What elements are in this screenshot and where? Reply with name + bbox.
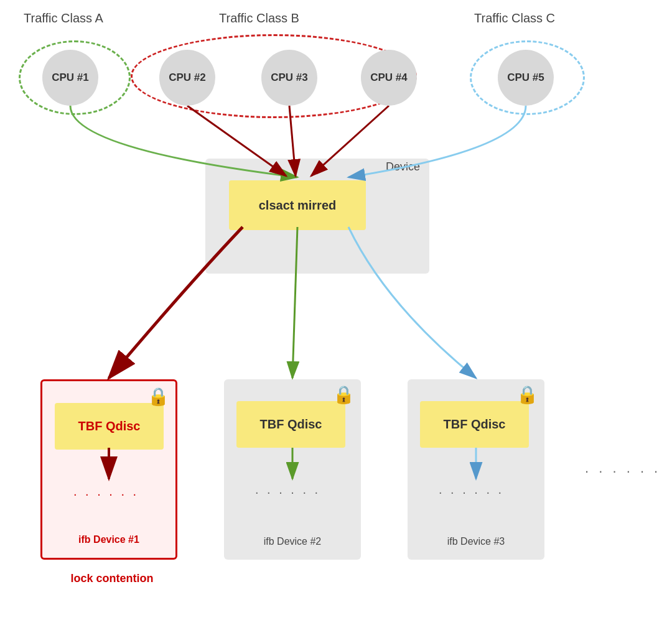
ifb-box-2: 🔒 TBF Qdisc · · · · · · ifb Device #2 (224, 379, 361, 560)
tbf-box-2: TBF Qdisc (236, 401, 345, 448)
traffic-class-c-label: Traffic Class C (474, 11, 555, 25)
ifb-label-1: ifb Device #1 (49, 534, 169, 545)
extra-dots: · · · · · · (585, 463, 661, 479)
traffic-class-b-label: Traffic Class B (219, 11, 299, 25)
lock-icon-3: 🔒 (516, 384, 538, 405)
ifb-box-3: 🔒 TBF Qdisc · · · · · · ifb Device #3 (408, 379, 544, 560)
device-label: Device (386, 160, 420, 173)
dots-1: · · · · · · (73, 487, 139, 501)
ifb-label-2: ifb Device #2 (230, 536, 355, 547)
lock-contention-label: lock contention (44, 572, 180, 585)
dots-3: · · · · · · (439, 485, 504, 499)
cpu-2: CPU #2 (159, 50, 215, 106)
ifb-box-1: 🔒 TBF Qdisc · · · · · · ifb Device #1 (40, 379, 177, 560)
diagram-container: Traffic Class A Traffic Class B Traffic … (0, 0, 672, 643)
lock-icon-1: 🔒 (147, 386, 169, 407)
traffic-class-a-label: Traffic Class A (24, 11, 103, 25)
cpu-4: CPU #4 (361, 50, 417, 106)
cpu-5: CPU #5 (498, 50, 554, 106)
cpu-1: CPU #1 (42, 50, 98, 106)
tbf-box-3: TBF Qdisc (420, 401, 529, 448)
lock-icon-2: 🔒 (333, 384, 355, 405)
cpu-3: CPU #3 (261, 50, 317, 106)
ifb-label-3: ifb Device #3 (414, 536, 538, 547)
clsact-box: clsact mirred (229, 180, 366, 230)
dots-2: · · · · · · (255, 485, 320, 499)
tbf-box-1: TBF Qdisc (55, 403, 164, 450)
